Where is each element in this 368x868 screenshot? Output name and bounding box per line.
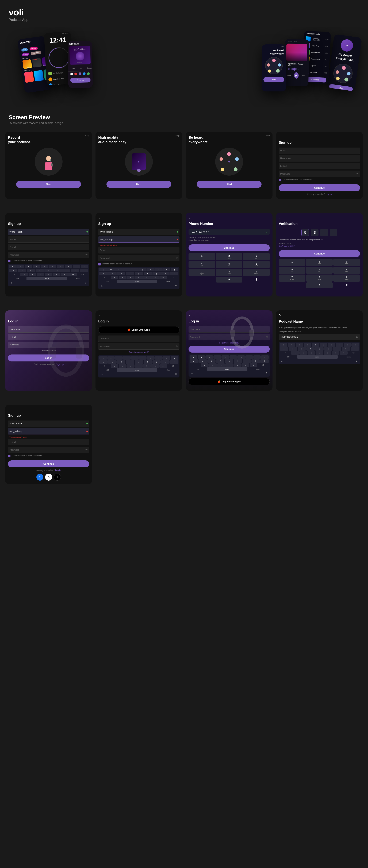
apple-login-button-2[interactable]: 🍎 Log in with Apple [98, 326, 180, 333]
key-o2[interactable]: o [163, 268, 171, 271]
key-j2[interactable]: j [152, 272, 161, 275]
username-field-3[interactable]: neo_wakeup [98, 237, 180, 243]
numpad-6-key[interactable]: 6MNO [243, 261, 270, 268]
key-mic2[interactable]: 🎙 [175, 285, 177, 287]
numpad-5-key[interactable]: 5JKL [216, 261, 243, 268]
key-t[interactable]: t [41, 265, 49, 268]
key-u2[interactable]: u [147, 268, 155, 271]
numpad-0-key[interactable]: 0 [216, 277, 243, 283]
username-field-1[interactable]: Username [279, 155, 360, 161]
google-button[interactable]: G [45, 474, 52, 480]
key-n2[interactable]: n [151, 276, 159, 279]
login-link-social[interactable]: Log in [55, 469, 61, 471]
numpad-mic-key[interactable]: 🎙 [243, 277, 270, 283]
password-field-login2[interactable]: Password 👁 [98, 343, 180, 350]
key-t2[interactable]: t [131, 268, 139, 271]
key-k2[interactable]: k [161, 272, 170, 275]
key-k[interactable]: k [71, 269, 79, 272]
key-r[interactable]: r [33, 265, 40, 268]
numpad-v-3[interactable]: 3DEF [333, 259, 360, 266]
numpad-v-6[interactable]: 6MNO [333, 267, 360, 274]
key-b[interactable]: b [53, 273, 61, 276]
key-c2[interactable]: c [127, 276, 135, 279]
key-y2[interactable]: y [139, 268, 147, 271]
numpad-7-key[interactable]: 7PQRS [188, 269, 215, 276]
key-l2[interactable]: l [170, 272, 178, 275]
terms-checkbox-3[interactable]: Curabitur lobortis sit lorem id bibendum [98, 263, 180, 266]
key-s[interactable]: s [18, 269, 26, 272]
numpad-2-key[interactable]: 2ABC [216, 253, 243, 260]
key-h[interactable]: h [53, 269, 62, 272]
terms-checkbox-social[interactable]: Curabitur lobortis sit lorem id bibendum [8, 455, 89, 457]
key-f2[interactable]: f [126, 272, 134, 275]
numpad-9-key[interactable]: 9WXYZ [243, 269, 270, 276]
continue-button-phone[interactable]: Continue [188, 244, 270, 251]
numpad-v-1[interactable]: 1 [279, 259, 305, 266]
key-w2[interactable]: w [107, 268, 115, 271]
key-emoji2[interactable]: ☺ [100, 285, 103, 287]
phone-code[interactable]: +123 ▾ [190, 230, 197, 233]
key-q[interactable]: q [9, 265, 17, 268]
key-v[interactable]: v [45, 273, 53, 276]
username-field-2[interactable]: E-mail [8, 237, 89, 243]
email-field-2[interactable]: E-mail [8, 244, 89, 250]
key-space2[interactable]: space [117, 280, 157, 283]
email-field-1[interactable]: E-mail [279, 163, 360, 169]
numpad-v-9[interactable]: 9WXYZ [333, 275, 360, 282]
key-a[interactable]: a [9, 269, 18, 272]
verify-digit-4[interactable] [330, 229, 337, 237]
numpad-v-back[interactable] [279, 282, 305, 288]
email-field-3[interactable]: E-mail [98, 247, 180, 253]
back-arrow-verification[interactable]: ← [279, 216, 360, 220]
key-shift[interactable]: ⇧ [9, 273, 20, 276]
key-s2[interactable]: s [108, 272, 117, 275]
numpad-v-8[interactable]: 8TUV [306, 275, 333, 282]
key-w[interactable]: w [17, 265, 25, 268]
numpad-v-0[interactable]: 0 [306, 282, 333, 288]
key-backspace[interactable]: ⌫ [78, 273, 88, 276]
key-shift2[interactable]: ⇧ [99, 276, 110, 279]
key-m2[interactable]: m [159, 276, 167, 279]
key-x2[interactable]: x [119, 276, 126, 279]
numpad-1-key[interactable]: 1 [188, 253, 215, 260]
key-f[interactable]: f [35, 269, 44, 272]
numpad-8-key[interactable]: 8TUV [216, 269, 243, 276]
numpad-3-key[interactable]: 3DEF [243, 253, 270, 260]
key-i2[interactable]: i [155, 268, 162, 271]
password-field-social[interactable]: Password 👁 [8, 446, 89, 453]
key-return[interactable]: return [67, 277, 88, 280]
key-u[interactable]: u [57, 265, 64, 268]
numpad-v-2[interactable]: 2ABC [306, 259, 333, 266]
start-button-3[interactable]: Start [197, 181, 262, 188]
key-123-2[interactable]: 123 [99, 280, 116, 283]
name-field-social[interactable]: White Rabbit [8, 421, 89, 427]
key-o[interactable]: o [73, 265, 80, 268]
name-field-3[interactable]: White Rabbit [98, 229, 180, 235]
key-d2[interactable]: d [117, 272, 125, 275]
key-h2[interactable]: h [144, 272, 152, 275]
back-arrow-signup3[interactable]: ← [98, 216, 180, 220]
key-p[interactable]: p [81, 265, 88, 268]
phone-input-row[interactable]: +123 ▾ 123 45 67 ✓ [188, 229, 270, 235]
key-g[interactable]: g [44, 269, 53, 272]
continue-button-verification[interactable]: Continue [279, 250, 360, 257]
back-arrow-phone[interactable]: ← [188, 216, 270, 220]
key-n[interactable]: n [61, 273, 69, 276]
password-field-1[interactable]: Password 👁 [279, 170, 360, 177]
key-z[interactable]: z [20, 273, 28, 276]
continue-button-social[interactable]: Continue [8, 460, 89, 467]
verify-digit-2[interactable]: 3 [311, 229, 318, 237]
key-123[interactable]: 123 [9, 277, 26, 280]
key-space[interactable]: space [27, 277, 67, 280]
skip-button-2[interactable]: Skip [176, 134, 180, 137]
numpad-v-7[interactable]: 7PQRS [279, 275, 305, 282]
key-b2[interactable]: b [143, 276, 151, 279]
numpad-v-5[interactable]: 5JKL [306, 267, 333, 274]
key-q2[interactable]: q [99, 268, 107, 271]
back-arrow-signup-social[interactable]: ← [8, 408, 89, 412]
forgot-password-2[interactable]: Forgot your password? [98, 351, 180, 353]
skip-button-1[interactable]: Skip [85, 134, 89, 137]
key-y[interactable]: y [49, 265, 57, 268]
phone-number-value[interactable]: 123 45 67 [198, 230, 264, 233]
login-link-1[interactable]: Log in [326, 193, 332, 195]
